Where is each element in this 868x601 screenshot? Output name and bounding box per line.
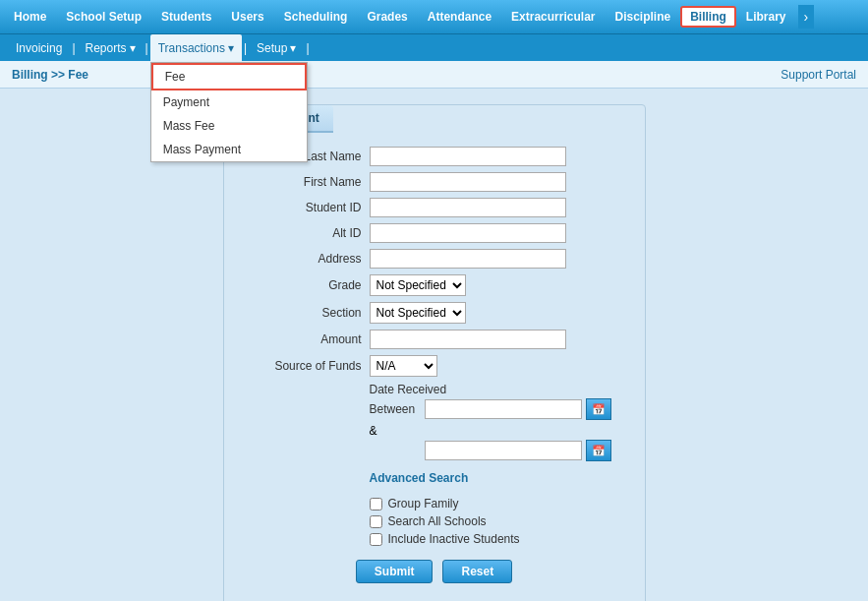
section-select[interactable]: Not Specified A [370, 302, 466, 324]
date-between-label: Between [370, 402, 419, 416]
group-family-label: Group Family [388, 497, 459, 511]
nav-extracurricular[interactable]: Extracurricular [501, 6, 605, 28]
nav-invoicing[interactable]: Invoicing [8, 34, 70, 62]
nav-separator-3: | [242, 41, 249, 55]
support-portal-link[interactable]: Support Portal [781, 68, 856, 82]
date-from-calendar-button[interactable]: 📅 [586, 398, 611, 420]
first-name-label: First Name [244, 175, 362, 189]
date-to-input[interactable] [425, 441, 582, 460]
group-family-checkbox[interactable] [370, 498, 382, 511]
student-id-input[interactable] [370, 198, 566, 217]
section-label: Section [244, 306, 362, 320]
nav-discipline[interactable]: Discipline [605, 6, 680, 28]
calendar-icon: 📅 [592, 403, 606, 415]
source-of-funds-select[interactable]: N/A General [370, 355, 437, 377]
nav-setup[interactable]: Setup ▾ [249, 34, 304, 62]
nav-grades[interactable]: Grades [357, 6, 417, 28]
alt-id-label: Alt ID [244, 226, 362, 240]
nav-more-button[interactable]: › [798, 5, 815, 29]
breadcrumb: Billing >> Fee [12, 68, 88, 82]
grade-select[interactable]: Not Specified K 1 2 [370, 274, 466, 296]
calendar-icon-2: 📅 [592, 445, 606, 456]
amount-label: Amount [244, 332, 362, 346]
nav-separator-2: | [144, 41, 150, 55]
address-input[interactable] [370, 249, 566, 269]
date-and-label: & [244, 424, 625, 438]
include-inactive-label: Include Inactive Students [388, 532, 520, 546]
reset-button[interactable]: Reset [442, 560, 512, 583]
source-of-funds-row: Source of Funds N/A General [244, 355, 625, 377]
grade-label: Grade [244, 278, 362, 292]
advanced-search-link[interactable]: Advanced Search [244, 471, 625, 485]
date-received-label: Date Received [244, 383, 625, 396]
first-name-input[interactable] [370, 172, 566, 192]
search-all-schools-label: Search All Schools [388, 514, 487, 528]
nav-reports[interactable]: Reports ▾ [78, 34, 144, 62]
top-navigation: Home School Setup Students Users Schedul… [0, 0, 868, 33]
date-between-row: Between 📅 [244, 398, 625, 420]
menu-item-fee[interactable]: Fee [151, 63, 307, 90]
last-name-input[interactable] [370, 147, 566, 166]
nav-home[interactable]: Home [4, 6, 56, 28]
source-of-funds-label: Source of Funds [244, 359, 362, 373]
nav-users[interactable]: Users [221, 6, 273, 28]
search-all-schools-row: Search All Schools [370, 514, 625, 528]
alt-id-input[interactable] [370, 223, 566, 243]
address-label: Address [244, 252, 362, 266]
nav-school-setup[interactable]: School Setup [56, 6, 151, 28]
group-family-row: Group Family [370, 497, 625, 511]
transactions-dropdown-arrow: ▾ [228, 41, 234, 55]
amount-row: Amount [244, 330, 625, 349]
nav-students[interactable]: Students [151, 6, 221, 28]
grade-row: Grade Not Specified K 1 2 [244, 274, 625, 296]
second-navigation: Invoicing | Reports ▾ | Transactions ▾ F… [0, 33, 868, 61]
section-row: Section Not Specified A [244, 302, 625, 324]
date-to-row: 📅 [244, 440, 625, 461]
checkboxes-section: Group Family Search All Schools Include … [244, 497, 625, 546]
date-from-input[interactable] [425, 399, 582, 419]
address-row: Address [244, 249, 625, 269]
search-all-schools-checkbox[interactable] [370, 515, 382, 528]
menu-item-mass-payment[interactable]: Mass Payment [151, 138, 307, 161]
main-content: Find a Student Last Name First Name Stud… [0, 89, 868, 601]
reports-dropdown-arrow: ▾ [130, 41, 136, 55]
submit-button[interactable]: Submit [356, 560, 434, 583]
menu-item-payment[interactable]: Payment [151, 90, 307, 114]
first-name-row: First Name [244, 172, 625, 192]
breadcrumb-bar: Billing >> Fee Support Portal [0, 61, 868, 89]
include-inactive-checkbox[interactable] [370, 533, 382, 546]
nav-scheduling[interactable]: Scheduling [274, 6, 358, 28]
menu-item-mass-fee[interactable]: Mass Fee [151, 114, 307, 138]
transactions-dropdown-container: Transactions ▾ Fee Payment Mass Fee Mass… [150, 34, 242, 62]
nav-library[interactable]: Library [736, 6, 796, 28]
nav-billing[interactable]: Billing [680, 6, 736, 28]
alt-id-row: Alt ID [244, 223, 625, 243]
button-row: Submit Reset [244, 560, 625, 589]
include-inactive-row: Include Inactive Students [370, 532, 625, 546]
panel-body: Last Name First Name Student ID Alt ID A… [224, 133, 645, 601]
nav-separator-4: | [304, 41, 311, 55]
student-id-label: Student ID [244, 201, 362, 214]
nav-attendance[interactable]: Attendance [418, 6, 501, 28]
amount-input[interactable] [370, 330, 566, 349]
nav-transactions[interactable]: Transactions ▾ [150, 34, 242, 62]
transactions-menu: Fee Payment Mass Fee Mass Payment [150, 62, 308, 162]
date-received-section: Date Received Between 📅 & 📅 [244, 383, 625, 461]
setup-dropdown-arrow: ▾ [290, 41, 296, 55]
nav-separator-1: | [70, 41, 77, 55]
date-to-calendar-button[interactable]: 📅 [586, 440, 611, 461]
student-id-row: Student ID [244, 198, 625, 217]
find-student-panel: Find a Student Last Name First Name Stud… [223, 104, 646, 601]
